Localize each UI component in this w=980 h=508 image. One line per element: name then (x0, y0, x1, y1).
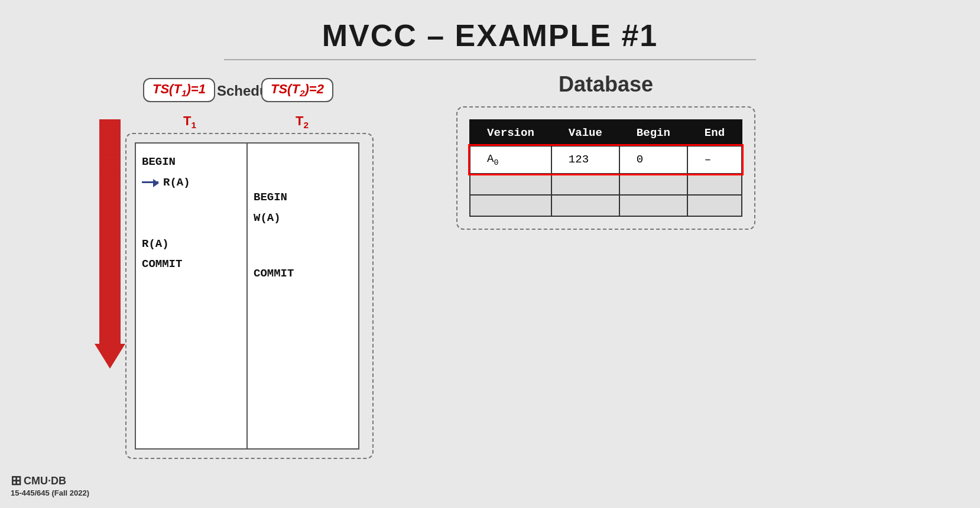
t2-column: BEGIN W(A) COMMIT (248, 144, 358, 448)
time-arrow-shaft: TIME (99, 119, 121, 344)
database-section: Database Version Value Begin End A0 123 … (456, 72, 755, 459)
ts2-text: TS(T2)=2 (271, 82, 324, 96)
t2-commit: COMMIT (254, 263, 352, 284)
cmu-course: 15-445/645 (Fall 2022) (11, 489, 89, 497)
cell-version-2 (470, 195, 551, 216)
t2-wa: W(A) (254, 208, 352, 228)
t1-spacer (142, 193, 241, 234)
left-section: TIME TS(T1)=1 Schedule TS(T2)=2 T1 T2 (95, 72, 374, 459)
schedule-outer-border: BEGIN R(A) R(A) COMMIT BEGIN W(A) (125, 133, 374, 459)
cmu-logo: ⊞ CMU·DB 15-445/645 (Fall 2022) (11, 473, 89, 497)
col-end: End (687, 120, 742, 146)
database-outer-border: Version Value Begin End A0 123 0 – (456, 106, 755, 230)
schedule-section: TS(T1)=1 Schedule TS(T2)=2 T1 T2 BEGIN (125, 78, 374, 459)
schedule-table: BEGIN R(A) R(A) COMMIT BEGIN W(A) (135, 142, 359, 450)
cell-version-1 (470, 174, 551, 195)
ts2-bubble: TS(T2)=2 (261, 78, 333, 102)
cell-begin-0: 0 (619, 146, 687, 174)
t2-begin: BEGIN (254, 187, 352, 207)
cell-value-2 (551, 195, 619, 216)
cmu-icon: ⊞ (11, 473, 21, 489)
table-row: A0 123 0 – (470, 146, 742, 174)
header-row: TS(T1)=1 Schedule TS(T2)=2 (125, 78, 374, 113)
t2-spacer1 (254, 152, 352, 187)
cmu-name: CMU·DB (24, 475, 66, 487)
time-arrow-head (95, 344, 125, 369)
col-version: Version (470, 120, 551, 146)
t1-ra2: R(A) (142, 234, 241, 254)
col-begin: Begin (619, 120, 687, 146)
ts1-bubble: TS(T1)=1 (143, 78, 215, 102)
cell-begin-1 (619, 174, 687, 195)
cell-value-1 (551, 174, 619, 195)
table-row (470, 195, 742, 216)
t1-label: T1 (134, 113, 246, 131)
title-divider (224, 59, 756, 60)
table-row (470, 174, 742, 195)
t2-label: T2 (246, 113, 358, 131)
t2-spacer2 (254, 228, 352, 263)
database-title: Database (456, 72, 755, 97)
horiz-arrow-icon (142, 181, 158, 183)
time-arrow: TIME (95, 119, 125, 369)
cell-begin-2 (619, 195, 687, 216)
cell-end-0: – (687, 146, 742, 174)
main-content: TIME TS(T1)=1 Schedule TS(T2)=2 T1 T2 (0, 72, 980, 459)
cell-value-0: 123 (551, 146, 619, 174)
t1-ra-row: R(A) (142, 172, 241, 193)
cmu-logo-text: ⊞ CMU·DB (11, 473, 89, 489)
page-title: MVCC – EXAMPLE #1 (0, 0, 980, 53)
t1-commit: COMMIT (142, 254, 241, 274)
cell-end-2 (687, 195, 742, 216)
t1-begin: BEGIN (142, 152, 241, 172)
cell-version-0: A0 (470, 146, 551, 174)
database-table: Version Value Begin End A0 123 0 – (469, 119, 742, 217)
col-value: Value (551, 120, 619, 146)
cell-end-1 (687, 174, 742, 195)
time-label: TIME (99, 119, 124, 180)
ts1-text: TS(T1)=1 (152, 82, 206, 96)
t1-column: BEGIN R(A) R(A) COMMIT (136, 144, 248, 448)
table-header-row: Version Value Begin End (470, 120, 742, 146)
t-labels-row: T1 T2 (134, 113, 374, 131)
